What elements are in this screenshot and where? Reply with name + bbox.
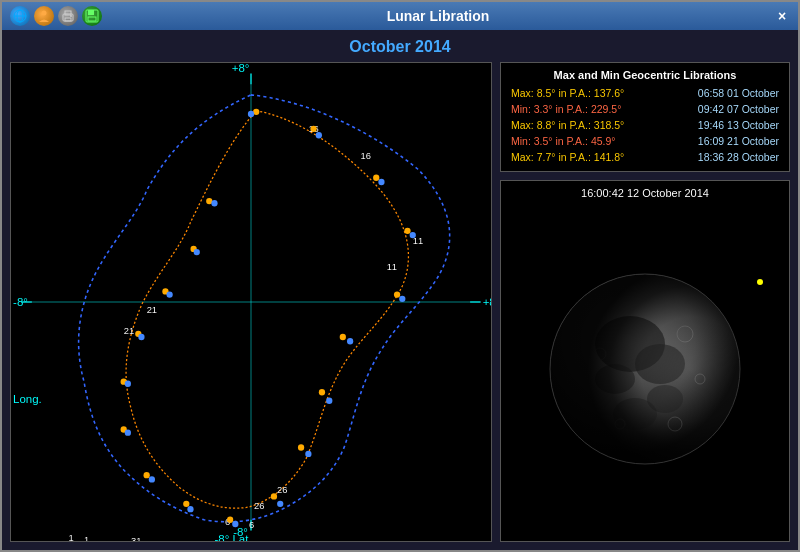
- svg-rect-9: [88, 10, 94, 15]
- svg-point-69: [166, 291, 172, 297]
- person-icon[interactable]: [34, 6, 54, 26]
- svg-point-68: [138, 334, 144, 340]
- moon-container: [507, 205, 783, 535]
- svg-point-55: [316, 132, 322, 138]
- svg-text:11: 11: [387, 261, 397, 272]
- svg-point-58: [399, 296, 405, 302]
- moon-panel: 16:00:42 12 October 2014: [500, 180, 790, 542]
- svg-point-38: [373, 175, 379, 181]
- svg-text:1: 1: [68, 532, 73, 541]
- svg-point-59: [347, 338, 353, 344]
- svg-point-37: [310, 126, 316, 132]
- row-date: 09:42 07 October: [698, 103, 779, 115]
- svg-text:+8°: +8°: [483, 296, 491, 308]
- moon-wrapper: [545, 269, 745, 472]
- svg-text:26: 26: [254, 500, 264, 511]
- svg-point-45: [227, 517, 233, 523]
- row-value: Max: 8.8° in P.A.: 318.5°: [511, 119, 692, 131]
- svg-point-70: [194, 249, 200, 255]
- svg-text:21: 21: [147, 304, 157, 315]
- table-row: Max: 7.7° in P.A.: 141.8° 18:36 28 Octob…: [507, 149, 783, 165]
- svg-point-63: [232, 521, 238, 527]
- table-row: Min: 3.5° in P.A.: 45.9° 16:09 21 Octobe…: [507, 133, 783, 149]
- svg-text:26: 26: [277, 484, 287, 495]
- svg-point-41: [340, 334, 346, 340]
- row-date: 18:36 28 October: [698, 151, 779, 163]
- svg-text:6: 6: [249, 519, 254, 530]
- svg-point-65: [149, 476, 155, 482]
- svg-point-61: [305, 451, 311, 457]
- svg-text:1: 1: [84, 534, 89, 541]
- row-date: 16:09 21 October: [698, 135, 779, 147]
- table-row: Max: 8.8° in P.A.: 318.5° 19:46 13 Octob…: [507, 117, 783, 133]
- svg-text:31: 31: [131, 535, 141, 541]
- libration-table: Max and Min Geocentric Librations Max: 8…: [500, 62, 790, 172]
- svg-point-7: [70, 15, 72, 17]
- row-value: Max: 8.5° in P.A.: 137.6°: [511, 87, 692, 99]
- svg-point-44: [271, 493, 277, 499]
- svg-point-71: [211, 200, 217, 206]
- svg-point-46: [183, 501, 189, 507]
- svg-point-39: [404, 228, 410, 234]
- svg-point-66: [125, 429, 131, 435]
- libration-dot: [757, 279, 763, 285]
- svg-point-57: [410, 232, 416, 238]
- title-bar: Lunar Libration ×: [2, 2, 798, 30]
- svg-text:16: 16: [361, 150, 371, 161]
- content-area: October 2014 +8° -8° +8° -8°: [2, 30, 798, 550]
- svg-point-84: [550, 274, 740, 464]
- table-row: Max: 8.5° in P.A.: 137.6° 06:58 01 Octob…: [507, 85, 783, 101]
- svg-text:Long.: Long.: [13, 393, 42, 405]
- svg-text:21: 21: [124, 325, 134, 336]
- svg-point-3: [42, 11, 47, 16]
- row-date: 19:46 13 October: [698, 119, 779, 131]
- toolbar-icons: [10, 6, 102, 26]
- close-button[interactable]: ×: [774, 8, 790, 24]
- svg-text:-8°: -8°: [13, 296, 28, 308]
- svg-point-62: [277, 501, 283, 507]
- svg-point-42: [319, 389, 325, 395]
- svg-point-67: [125, 381, 131, 387]
- svg-point-40: [394, 291, 400, 297]
- print-icon[interactable]: [58, 6, 78, 26]
- save-icon[interactable]: [82, 6, 102, 26]
- svg-point-56: [378, 179, 384, 185]
- libration-chart[interactable]: +8° -8° +8° -8° Long. -8° Lat. 16 16 11 …: [10, 62, 492, 542]
- svg-point-47: [144, 472, 150, 478]
- table-row: Min: 3.3° in P.A.: 229.5° 09:42 07 Octob…: [507, 101, 783, 117]
- chart-svg: +8° -8° +8° -8° Long. -8° Lat. 16 16 11 …: [11, 63, 491, 541]
- row-value: Min: 3.5° in P.A.: 45.9°: [511, 135, 692, 147]
- row-date: 06:58 01 October: [698, 87, 779, 99]
- svg-text:-8° Lat.: -8° Lat.: [214, 533, 251, 541]
- svg-rect-6: [65, 18, 71, 21]
- moon-datetime: 16:00:42 12 October 2014: [581, 187, 709, 199]
- moon-svg: [545, 269, 745, 469]
- row-value: Max: 7.7° in P.A.: 141.8°: [511, 151, 692, 163]
- month-title: October 2014: [10, 38, 790, 56]
- svg-point-64: [187, 506, 193, 512]
- globe-icon[interactable]: [10, 6, 30, 26]
- window-title: Lunar Libration: [102, 8, 774, 24]
- main-panels: +8° -8° +8° -8° Long. -8° Lat. 16 16 11 …: [10, 62, 790, 542]
- svg-rect-10: [88, 17, 96, 21]
- svg-point-43: [298, 444, 304, 450]
- svg-text:+8°: +8°: [232, 63, 250, 74]
- right-panel: Max and Min Geocentric Librations Max: 8…: [500, 62, 790, 542]
- table-title: Max and Min Geocentric Librations: [507, 69, 783, 81]
- row-value: Min: 3.3° in P.A.: 229.5°: [511, 103, 692, 115]
- svg-point-60: [326, 398, 332, 404]
- svg-point-54: [248, 111, 254, 117]
- main-window: Lunar Libration × October 2014 +8°: [0, 0, 800, 552]
